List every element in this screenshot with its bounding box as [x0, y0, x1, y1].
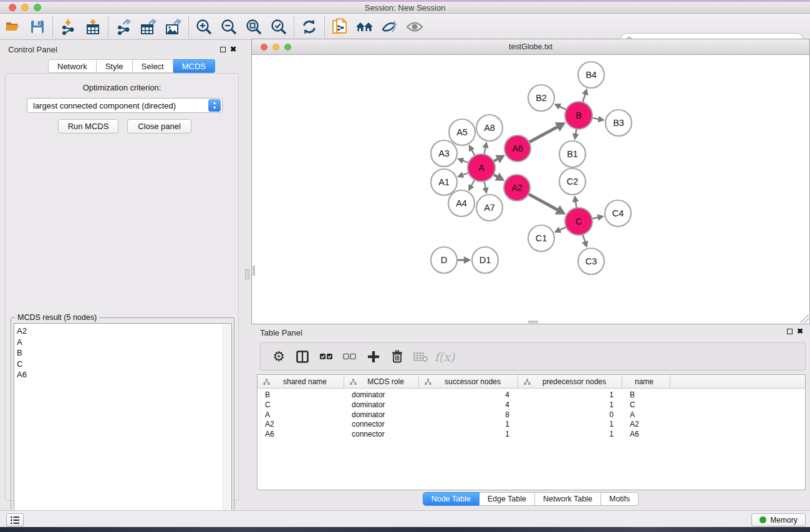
table-cell: B	[258, 390, 344, 400]
birds-eye-view-button[interactable]	[402, 16, 427, 38]
table-row[interactable]: A6connector11A6	[258, 429, 805, 439]
close-panel-button[interactable]: Close panel	[127, 119, 191, 133]
add-column-button[interactable]	[362, 346, 385, 368]
delete-column-button[interactable]	[385, 346, 409, 368]
node-A2[interactable]: A2	[504, 175, 530, 201]
tab-select[interactable]: Select	[133, 59, 173, 73]
node-table[interactable]: shared nameMCDS rolesuccessor nodesprede…	[257, 374, 806, 490]
tab-network-table[interactable]: Network Table	[535, 492, 601, 506]
node-B3[interactable]: B3	[605, 110, 632, 136]
node-B2[interactable]: B2	[528, 85, 554, 111]
memory-button[interactable]: Memory	[751, 513, 806, 526]
node-B[interactable]: B	[565, 102, 592, 129]
column-header-predecessor-nodes[interactable]: predecessor nodes	[518, 375, 622, 389]
node-label: A7	[484, 203, 495, 213]
node-label: A8	[484, 123, 495, 133]
float-panel-icon[interactable]	[787, 329, 793, 334]
node-A3[interactable]: A3	[431, 140, 457, 167]
tab-motifs[interactable]: Motifs	[601, 492, 639, 506]
column-header-mcds-role[interactable]: MCDS role	[344, 375, 419, 389]
node-A1[interactable]: A1	[431, 169, 457, 195]
tab-network[interactable]: Network	[48, 59, 97, 73]
open-session-button[interactable]	[0, 16, 25, 38]
zoom-fit-button[interactable]	[241, 16, 266, 38]
node-D[interactable]: D	[431, 247, 457, 273]
select-stepper-icon: ▲▼	[208, 99, 221, 112]
mcds-list-scrollbar[interactable]	[223, 324, 231, 526]
mcds-result-item[interactable]: A	[14, 337, 231, 348]
resize-grip-icon[interactable]	[801, 315, 809, 323]
edge-A6-B[interactable]	[528, 127, 558, 143]
save-session-button[interactable]	[25, 16, 50, 38]
node-label: B4	[586, 70, 597, 80]
float-panel-icon[interactable]	[220, 47, 226, 52]
clear-selection-button[interactable]	[338, 346, 362, 368]
canvas-vscroll-nub[interactable]	[253, 266, 255, 276]
network-canvas[interactable]: B4B2BB3A5A8A6A3B1AA1C2A2A4A7C4CC1C3DD1	[252, 55, 809, 324]
mcds-result-item[interactable]: A6	[14, 369, 231, 380]
canvas-hscroll-nub[interactable]	[528, 321, 538, 323]
table-row[interactable]: Cdominator41C	[258, 400, 805, 410]
import-network-button[interactable]	[55, 16, 80, 38]
table-cell: 4	[419, 390, 518, 400]
task-history-button[interactable]	[6, 513, 24, 526]
select-all-icon	[319, 352, 333, 362]
table-options-button[interactable]: ⚙	[267, 346, 291, 368]
refresh-layout-button[interactable]	[297, 16, 322, 38]
export-network-button[interactable]	[111, 16, 136, 38]
column-header-name[interactable]: name	[622, 375, 670, 389]
select-all-button[interactable]	[314, 346, 338, 368]
table-cell: C	[258, 400, 344, 410]
node-A5[interactable]: A5	[449, 119, 475, 145]
table-row[interactable]: Adominator80A	[258, 410, 805, 420]
node-A7[interactable]: A7	[476, 195, 503, 221]
node-D1[interactable]: D1	[472, 247, 498, 273]
node-C4[interactable]: C4	[605, 200, 631, 226]
home-button[interactable]	[352, 16, 377, 38]
network-graph[interactable]: B4B2BB3A5A8A6A3B1AA1C2A2A4A7C4CC1C3DD1	[252, 55, 809, 324]
close-panel-icon[interactable]: ✖	[230, 45, 236, 54]
panel-divider[interactable]	[243, 40, 251, 510]
zoom-out-button[interactable]	[216, 16, 241, 38]
column-header-shared-name[interactable]: shared name	[258, 375, 344, 389]
export-image-button[interactable]	[161, 16, 186, 38]
export-table-button[interactable]	[136, 16, 161, 38]
criterion-select[interactable]: largest connected component (directed) ▲…	[27, 98, 223, 113]
tab-node-table[interactable]: Node Table	[423, 492, 480, 506]
zoom-selected-button[interactable]	[266, 16, 291, 38]
column-header-label: shared name	[270, 377, 344, 386]
node-A6[interactable]: A6	[504, 135, 531, 162]
node-C1[interactable]: C1	[528, 225, 554, 251]
node-label: A5	[456, 127, 468, 137]
tab-edge-table[interactable]: Edge Table	[480, 492, 535, 506]
node-A8[interactable]: A8	[476, 115, 503, 141]
column-header-successor-nodes[interactable]: successor nodes	[419, 375, 518, 389]
node-label: B3	[613, 118, 624, 128]
table-row[interactable]: A2connector11A2	[258, 419, 805, 429]
run-mcds-button[interactable]: Run MCDS	[58, 119, 118, 133]
show-columns-button[interactable]	[291, 346, 314, 368]
node-B1[interactable]: B1	[559, 141, 586, 167]
node-label: D1	[480, 255, 491, 265]
node-A[interactable]: A	[468, 154, 495, 181]
zoom-in-button[interactable]	[191, 16, 216, 38]
graphics-details-button[interactable]	[377, 16, 402, 38]
attribute-type-icon	[263, 379, 270, 385]
new-network-document-button[interactable]	[327, 16, 352, 38]
tab-style[interactable]: Style	[97, 59, 133, 73]
node-C[interactable]: C	[565, 208, 592, 235]
node-C2[interactable]: C2	[559, 168, 586, 195]
mcds-result-list[interactable]: A2ABCA6	[14, 323, 232, 526]
mcds-result-item[interactable]: C	[14, 359, 231, 370]
table-row[interactable]: Bdominator41B	[258, 390, 805, 400]
mcds-result-item[interactable]: A2	[14, 326, 231, 337]
edge-A2-C[interactable]	[528, 193, 558, 210]
mcds-result-item[interactable]: B	[14, 347, 231, 359]
close-panel-icon[interactable]: ✖	[797, 327, 803, 336]
node-B4[interactable]: B4	[578, 62, 604, 88]
node-C3[interactable]: C3	[578, 248, 604, 274]
tab-mcds[interactable]: MCDS	[173, 59, 215, 73]
divider-grip-icon[interactable]	[245, 269, 249, 279]
node-A4[interactable]: A4	[448, 190, 475, 216]
import-table-button[interactable]	[80, 16, 105, 38]
